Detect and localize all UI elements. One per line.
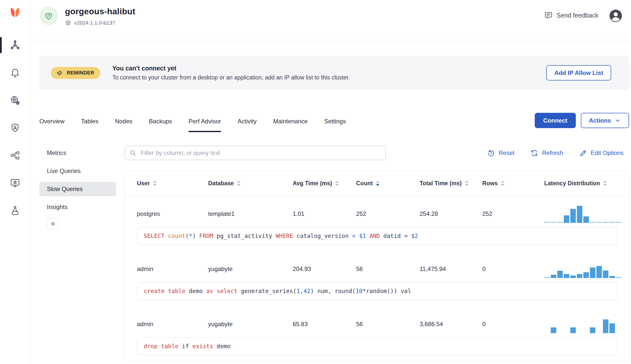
cell-count: 252 (356, 210, 420, 217)
megaphone-icon (57, 69, 63, 76)
sort-icon (335, 181, 339, 186)
cell-total-time: 254.28 (420, 210, 482, 217)
edit-options-button[interactable]: Edit Options (579, 149, 623, 157)
sort-icon (501, 181, 504, 186)
cell-database: yugabyte (208, 321, 293, 328)
monitor-coin-icon (10, 178, 20, 188)
reset-button[interactable]: Reset (487, 149, 515, 157)
column-header-rows[interactable]: Rows (482, 180, 544, 187)
header-divider (30, 40, 631, 40)
banner-text: You can't connect yet To connect to your… (112, 65, 350, 81)
subnav-item-metrics[interactable]: Metrics (39, 146, 116, 160)
title-block: gorgeous-halibut v2024.1.1.0-b137 (65, 7, 135, 26)
cell-count: 56 (356, 265, 420, 272)
add-ip-allow-list-button[interactable]: Add IP Allow List (546, 65, 611, 80)
slow-queries-table: User Database Avg Time (ms) Count Total … (125, 170, 629, 362)
sidebar-item-flask[interactable] (0, 203, 30, 219)
connect-button[interactable]: Connect (535, 113, 576, 128)
column-header-latency-distribution[interactable]: Latency Distribution (544, 180, 617, 187)
perf-advisor-content: MetricsLive QueriesSlow QueriesInsights (30, 146, 631, 364)
sidebar-item-globe-gear[interactable] (0, 92, 30, 108)
query-text-box: drop table if exists demo (137, 337, 617, 355)
column-header-total-time-ms[interactable]: Total Time (ms) (420, 180, 482, 187)
sort-icon (237, 181, 241, 186)
cell-avg-time: 204.93 (293, 265, 356, 272)
app-sidebar (0, 0, 30, 364)
cluster-health-badge (39, 7, 58, 25)
table-row[interactable]: admin yugabyte 65.83 56 3,686.54 0 drop … (125, 307, 629, 355)
sidebar-item-shield-user[interactable] (0, 120, 30, 136)
sidebar-nav (0, 37, 30, 230)
reminder-badge: REMINDER (51, 67, 100, 79)
reminder-banner: REMINDER You can't connect yet To connec… (39, 56, 629, 90)
subnav-item-live-queries[interactable]: Live Queries (39, 164, 116, 178)
yugabyte-logo-icon (8, 6, 22, 20)
sidebar-item-topology[interactable] (0, 147, 30, 163)
cell-total-time: 3,686.54 (420, 321, 482, 328)
edit-pencil-icon (579, 149, 587, 157)
heart-check-icon (44, 11, 54, 21)
filter-input-wrapper (125, 146, 386, 160)
tab-settings[interactable]: Settings (324, 118, 346, 132)
tab-backups[interactable]: Backups (149, 118, 172, 132)
table-row[interactable]: admin yugabyte 204.93 56 11,475.94 0 cre… (125, 251, 629, 300)
tab-nodes[interactable]: Nodes (115, 118, 132, 132)
globe-gear-icon (10, 95, 20, 106)
yugabyte-logo[interactable] (8, 6, 22, 20)
column-header-database[interactable]: Database (208, 180, 293, 187)
edit-options-label: Edit Options (591, 149, 623, 156)
version-row: v2024.1.1.0-b137 (65, 20, 135, 26)
cell-avg-time: 1.01 (293, 210, 356, 217)
sidebar-item-monitor-coin[interactable] (0, 175, 30, 191)
shield-user-icon (10, 123, 20, 133)
cell-rows: 252 (482, 210, 544, 217)
sidebar-item-cluster[interactable] (0, 37, 30, 53)
app-root: gorgeous-halibut v2024.1.1.0-b137 Send f… (0, 0, 631, 364)
main-column: gorgeous-halibut v2024.1.1.0-b137 Send f… (30, 0, 631, 364)
latency-histogram (544, 205, 621, 223)
cluster-icon (10, 40, 20, 50)
reminder-badge-label: REMINDER (67, 70, 94, 76)
cell-user: postgres (137, 210, 208, 217)
cell-user: admin (137, 321, 208, 328)
subnav-item-insights[interactable]: Insights (39, 200, 116, 214)
slow-queries-panel: Reset Refresh (125, 146, 629, 364)
sort-icon (376, 181, 379, 186)
tab-maintenance[interactable]: Maintenance (273, 118, 307, 132)
cell-count: 56 (356, 321, 420, 328)
send-feedback-label: Send feedback (557, 12, 598, 19)
tab-actions: Connect Actions (535, 113, 629, 128)
column-header-user[interactable]: User (137, 180, 208, 187)
cluster-tabs: OverviewTablesNodesBackupsPerf AdvisorAc… (39, 118, 346, 132)
subnav-item-slow-queries[interactable]: Slow Queries (39, 182, 116, 196)
user-avatar[interactable] (609, 9, 622, 23)
cell-user: admin (137, 265, 208, 272)
collapse-sidebar-button[interactable] (47, 218, 59, 230)
cell-rows: 0 (482, 265, 544, 272)
perf-advisor-subnav: MetricsLive QueriesSlow QueriesInsights (39, 146, 116, 364)
refresh-button[interactable]: Refresh (530, 149, 563, 157)
tab-tables[interactable]: Tables (81, 118, 98, 132)
page-title: gorgeous-halibut (65, 7, 135, 16)
double-chevron-left-icon (50, 221, 56, 227)
row-cells: postgres template1 1.01 252 254.28 252 (137, 203, 617, 225)
person-icon (609, 9, 622, 23)
actions-button[interactable]: Actions (581, 113, 629, 128)
filter-input[interactable] (125, 146, 386, 160)
tab-activity[interactable]: Activity (238, 118, 257, 132)
bell-icon (10, 67, 20, 78)
search-icon (129, 149, 136, 156)
send-feedback-button[interactable]: Send feedback (544, 11, 598, 20)
column-header-count[interactable]: Count (356, 180, 420, 187)
tab-perf-advisor[interactable]: Perf Advisor (189, 118, 221, 132)
chat-bubble-icon (544, 11, 553, 20)
query-text-box: SELECT count(*) FROM pg_stat_activity WH… (137, 227, 617, 245)
toolbar-links: Reset Refresh (487, 149, 623, 157)
topology-icon (10, 150, 20, 161)
cell-database: yugabyte (208, 265, 293, 272)
sidebar-item-bell[interactable] (0, 65, 30, 81)
row-cells: admin yugabyte 65.83 56 3,686.54 0 (137, 313, 617, 335)
tab-overview[interactable]: Overview (39, 118, 64, 132)
table-row[interactable]: postgres template1 1.01 252 254.28 252 S… (125, 196, 629, 245)
column-header-avg-time-ms[interactable]: Avg Time (ms) (293, 180, 356, 187)
